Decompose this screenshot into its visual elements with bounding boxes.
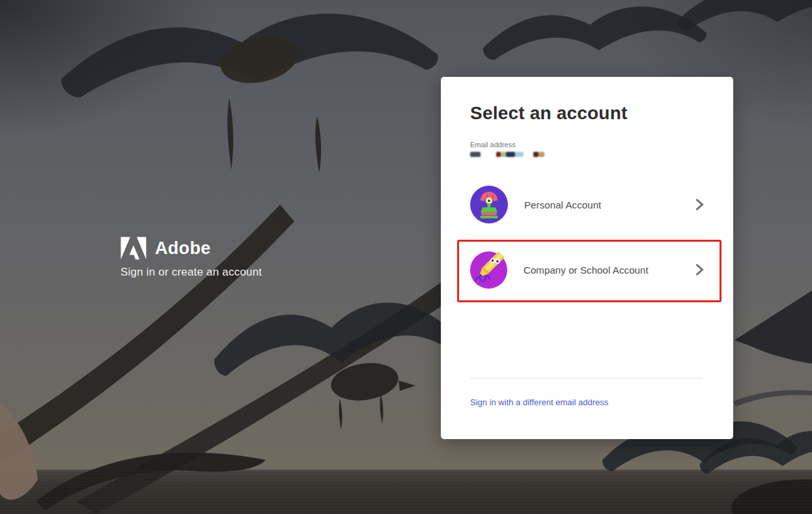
account-option-label: Personal Account — [524, 199, 601, 210]
redacted-email-value — [470, 152, 544, 157]
personal-account-avatar-icon — [470, 186, 508, 223]
brand-name: Adobe — [155, 238, 211, 259]
brand-tagline: Sign in or create an account — [120, 266, 262, 279]
email-address-label: Email address — [470, 141, 516, 149]
account-option-personal[interactable]: Personal Account — [470, 186, 704, 223]
different-email-link[interactable]: Sign in with a different email address — [470, 397, 608, 407]
chevron-right-icon — [695, 198, 704, 211]
sign-in-screen: Adobe Sign in or create an account Selec… — [0, 0, 812, 514]
account-selection-card: Select an account Email address — [441, 77, 733, 439]
chevron-right-icon — [695, 263, 704, 276]
company-school-avatar-icon — [470, 251, 507, 289]
account-option-label: Company or School Account — [524, 264, 649, 276]
row-divider — [470, 235, 704, 236]
account-option-company-school[interactable]: Company or School Account — [470, 251, 704, 289]
divider — [470, 378, 703, 378]
sea-reflection — [0, 471, 812, 514]
adobe-brand: Adobe Sign in or create an account — [120, 236, 262, 279]
adobe-logo-icon — [120, 236, 147, 260]
page-title: Select an account — [470, 103, 627, 124]
